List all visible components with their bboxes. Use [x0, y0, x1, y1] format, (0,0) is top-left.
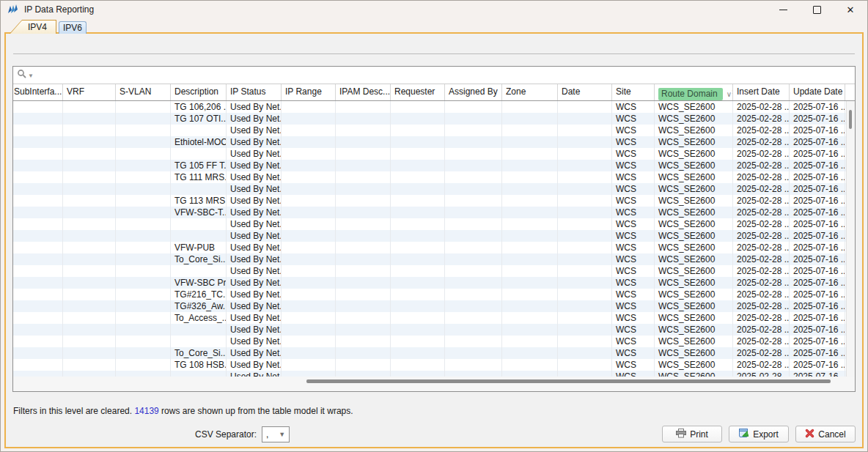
table-row[interactable]: Used By Net...WCSWCS_SE26002025-02-28 ..…	[13, 125, 846, 136]
table-row[interactable]: Ethiotel-MOCUsed By Net...WCSWCS_SE26002…	[13, 136, 846, 148]
table-cell-ip_range	[282, 300, 336, 312]
horizontal-scrollbar-thumb[interactable]	[306, 379, 831, 383]
column-header-subinterface[interactable]: SubInterfa...	[13, 84, 63, 100]
search-input[interactable]	[37, 68, 851, 83]
table-cell-assigned_by	[445, 277, 502, 289]
close-button[interactable]: ✕	[834, 1, 867, 18]
column-header-ipam_desc[interactable]: IPAM Desc...	[336, 84, 391, 100]
table-cell-assigned_by	[445, 336, 502, 347]
vertical-scrollbar-thumb[interactable]	[849, 110, 852, 129]
tab-ipv4[interactable]: IPV4	[10, 20, 56, 34]
table-cell-date	[558, 336, 612, 347]
tab-ipv6[interactable]: IPV6	[59, 21, 87, 34]
table-row[interactable]: To_Core_Si...Used By Net...WCSWCS_SE2600…	[13, 347, 846, 359]
csv-separator-select[interactable]: , ▼	[262, 426, 290, 442]
highlighted-column-label: Route Domain	[658, 88, 723, 100]
table-cell-assigned_by	[445, 347, 502, 359]
table-cell-zone	[502, 136, 558, 148]
table-cell-assigned_by	[445, 300, 502, 312]
export-button[interactable]: Export	[729, 426, 789, 442]
table-cell-requester	[391, 359, 445, 371]
table-cell-subinterface	[13, 230, 63, 242]
table-row[interactable]: Used By Net...WCSWCS_SE26002025-02-28 ..…	[13, 265, 846, 277]
table-row[interactable]: TG 107 OTI...Used By Net...WCSWCS_SE2600…	[13, 113, 846, 125]
table-row[interactable]: To_Core_Si...Used By Net...WCSWCS_SE2600…	[13, 253, 846, 265]
table-cell-svlan	[116, 265, 171, 277]
column-header-update_date[interactable]: Update Date	[790, 84, 845, 100]
table-cell-ipam_desc	[336, 125, 391, 136]
table-cell-description	[171, 183, 227, 195]
table-cell-description: To_Access_...	[171, 312, 227, 324]
column-header-date[interactable]: Date	[558, 84, 612, 100]
table-cell-ip_status: Used By Net...	[227, 347, 282, 359]
table-cell-requester	[391, 277, 445, 289]
table-row[interactable]: TG 113 MRS...Used By Net...WCSWCS_SE2600…	[13, 195, 846, 207]
table-cell-insert_date: 2025-02-28 ...	[733, 148, 790, 160]
minimize-button[interactable]	[766, 1, 800, 18]
row-count: 14139	[134, 406, 158, 416]
vertical-scrollbar[interactable]	[846, 101, 855, 377]
table-row[interactable]: TG 111 MRS...Used By Net...WCSWCS_SE2600…	[13, 171, 846, 183]
column-header-svlan[interactable]: S-VLAN	[116, 84, 171, 100]
table-cell-description	[171, 125, 227, 136]
table-row[interactable]: Used By Net...WCSWCS_SE26002025-02-28 ..…	[13, 336, 846, 347]
table-cell-assigned_by	[445, 359, 502, 371]
column-header-site[interactable]: Site	[612, 84, 655, 100]
top-divider	[13, 53, 855, 54]
column-header-requester[interactable]: Requester	[391, 84, 445, 100]
table-row[interactable]: Used By NetWCSWCS_SE26002025-02-28 ...20…	[13, 371, 846, 377]
table-cell-site: WCS	[612, 125, 655, 136]
column-header-assigned_by[interactable]: Assigned By	[445, 84, 502, 100]
search-options-caret-icon[interactable]: ▼	[28, 73, 34, 79]
table-cell-svlan	[116, 125, 171, 136]
table-cell-route_domain: WCS_SE2600	[655, 218, 733, 230]
cancel-button[interactable]: Cancel	[795, 426, 856, 442]
column-header-route_domain[interactable]: Route Domain∨1	[655, 84, 733, 100]
table-cell-site: WCS	[612, 148, 655, 160]
table-cell-assigned_by	[445, 183, 502, 195]
maximize-button[interactable]	[800, 1, 834, 18]
table-row[interactable]: TG#216_TC...Used By Net...WCSWCS_SE26002…	[13, 289, 846, 300]
column-header-ip_status[interactable]: IP Status	[227, 84, 282, 100]
table-row[interactable]: TG 108 HSB...Used By Net...WCSWCS_SE2600…	[13, 359, 846, 371]
table-cell-site: WCS	[612, 277, 655, 289]
table-row[interactable]: VFW-SBC-T...Used By Net...WCSWCS_SE26002…	[13, 207, 846, 218]
table-row[interactable]: To_Access_...Used By Net...WCSWCS_SE2600…	[13, 312, 846, 324]
table-row[interactable]: Used By Net...WCSWCS_SE26002025-02-28 ..…	[13, 218, 846, 230]
table-row[interactable]: Used By Net...WCSWCS_SE26002025-02-28 ..…	[13, 324, 846, 336]
print-button[interactable]: Print	[662, 426, 722, 442]
table-cell-vrf	[63, 195, 116, 207]
table-cell-insert_date: 2025-02-28 ...	[733, 125, 790, 136]
window-controls: ✕	[766, 1, 867, 18]
table-cell-subinterface	[13, 207, 63, 218]
table-cell-zone	[502, 265, 558, 277]
horizontal-scrollbar[interactable]	[13, 377, 855, 391]
table-cell-assigned_by	[445, 242, 502, 253]
table-row[interactable]: TG 106,206 ...Used By Net...WCSWCS_SE260…	[13, 101, 846, 113]
table-cell-route_domain: WCS_SE2600	[655, 183, 733, 195]
table-cell-update_date: 2025-07-16 ...	[790, 148, 845, 160]
table-cell-requester	[391, 183, 445, 195]
column-header-ip_range[interactable]: IP Range	[282, 84, 336, 100]
column-header-insert_date[interactable]: Insert Date	[733, 84, 790, 100]
table-row[interactable]: Used By Net...WCSWCS_SE26002025-02-28 ..…	[13, 230, 846, 242]
table-row[interactable]: Used By Net...WCSWCS_SE26002025-02-28 ..…	[13, 183, 846, 195]
table-cell-requester	[391, 242, 445, 253]
table-cell-svlan	[116, 371, 171, 377]
column-header-description[interactable]: Description	[171, 84, 227, 100]
table-cell-vrf	[63, 265, 116, 277]
table-row[interactable]: TG 105 FF T...Used By Net...WCSWCS_SE260…	[13, 160, 846, 171]
table-cell-ipam_desc	[336, 359, 391, 371]
table-row[interactable]: VFW-PUBUsed By Net...WCSWCS_SE26002025-0…	[13, 242, 846, 253]
table-cell-date	[558, 218, 612, 230]
table-row[interactable]: VFW-SBC Pri...Used By Net...WCSWCS_SE260…	[13, 277, 846, 289]
table-row[interactable]: TG#326_Aw...Used By Net...WCSWCS_SE26002…	[13, 300, 846, 312]
table-row[interactable]: Used By Net...WCSWCS_SE26002025-02-28 ..…	[13, 148, 846, 160]
table-cell-description	[171, 324, 227, 336]
column-header-zone[interactable]: Zone	[502, 84, 558, 100]
table-cell-svlan	[116, 218, 171, 230]
column-header-vrf[interactable]: VRF	[63, 84, 116, 100]
table-cell-ip_range	[282, 312, 336, 324]
table-cell-subinterface	[13, 218, 63, 230]
table-cell-ipam_desc	[336, 160, 391, 171]
